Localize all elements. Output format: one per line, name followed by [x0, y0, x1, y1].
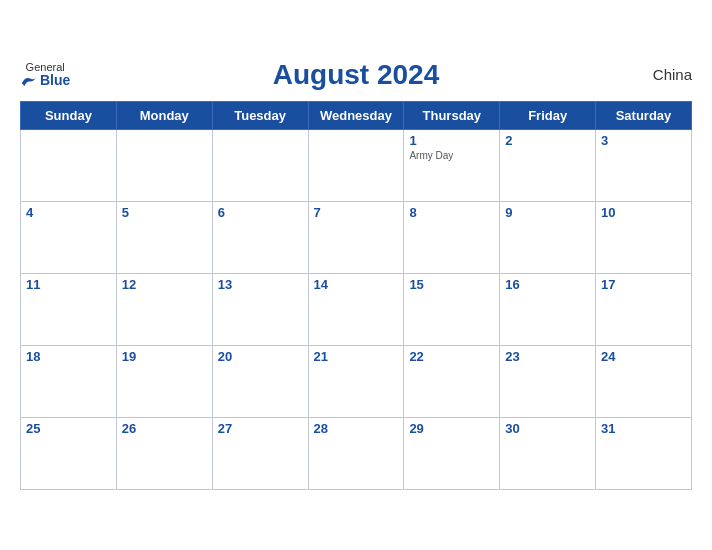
day-number: 2 [505, 133, 590, 148]
week-row-5: 25262728293031 [21, 417, 692, 489]
week-row-3: 11121314151617 [21, 273, 692, 345]
day-number: 12 [122, 277, 207, 292]
day-cell: 1Army Day [404, 129, 500, 201]
week-row-2: 45678910 [21, 201, 692, 273]
day-cell: 25 [21, 417, 117, 489]
day-number: 10 [601, 205, 686, 220]
day-cell: 29 [404, 417, 500, 489]
day-number: 15 [409, 277, 494, 292]
country-label: China [653, 66, 692, 83]
day-number: 23 [505, 349, 590, 364]
day-cell: 4 [21, 201, 117, 273]
day-number: 24 [601, 349, 686, 364]
logo-bird-icon [20, 74, 38, 88]
day-cell: 3 [596, 129, 692, 201]
day-cell: 17 [596, 273, 692, 345]
day-number: 26 [122, 421, 207, 436]
day-cell: 12 [116, 273, 212, 345]
day-number: 31 [601, 421, 686, 436]
day-cell: 18 [21, 345, 117, 417]
weekday-header-sunday: Sunday [21, 101, 117, 129]
week-row-1: 1Army Day23 [21, 129, 692, 201]
day-cell: 20 [212, 345, 308, 417]
day-cell: 5 [116, 201, 212, 273]
day-cell: 16 [500, 273, 596, 345]
day-number: 18 [26, 349, 111, 364]
day-number: 3 [601, 133, 686, 148]
day-cell [212, 129, 308, 201]
logo-area: General Blue [20, 61, 70, 88]
weekday-header-thursday: Thursday [404, 101, 500, 129]
day-number: 14 [314, 277, 399, 292]
day-event: Army Day [409, 150, 494, 161]
day-number: 13 [218, 277, 303, 292]
day-cell: 14 [308, 273, 404, 345]
day-cell: 2 [500, 129, 596, 201]
day-number: 16 [505, 277, 590, 292]
day-number: 5 [122, 205, 207, 220]
day-cell: 7 [308, 201, 404, 273]
weekday-header-friday: Friday [500, 101, 596, 129]
day-number: 20 [218, 349, 303, 364]
day-cell: 8 [404, 201, 500, 273]
day-cell: 13 [212, 273, 308, 345]
day-number: 21 [314, 349, 399, 364]
calendar-header: General Blue August 2024 China [20, 59, 692, 91]
day-number: 4 [26, 205, 111, 220]
day-cell [308, 129, 404, 201]
day-cell [116, 129, 212, 201]
day-number: 25 [26, 421, 111, 436]
day-cell: 30 [500, 417, 596, 489]
day-number: 28 [314, 421, 399, 436]
day-cell: 31 [596, 417, 692, 489]
weekday-header-monday: Monday [116, 101, 212, 129]
day-cell: 23 [500, 345, 596, 417]
day-cell: 27 [212, 417, 308, 489]
week-row-4: 18192021222324 [21, 345, 692, 417]
day-cell: 28 [308, 417, 404, 489]
day-number: 8 [409, 205, 494, 220]
day-number: 22 [409, 349, 494, 364]
weekday-header-tuesday: Tuesday [212, 101, 308, 129]
day-cell: 10 [596, 201, 692, 273]
day-number: 7 [314, 205, 399, 220]
day-number: 19 [122, 349, 207, 364]
day-cell: 26 [116, 417, 212, 489]
day-number: 6 [218, 205, 303, 220]
day-number: 17 [601, 277, 686, 292]
day-cell: 6 [212, 201, 308, 273]
day-number: 11 [26, 277, 111, 292]
calendar-title: August 2024 [273, 59, 440, 91]
logo-blue-text: Blue [20, 73, 70, 88]
weekday-header-wednesday: Wednesday [308, 101, 404, 129]
day-cell: 22 [404, 345, 500, 417]
day-cell: 9 [500, 201, 596, 273]
day-number: 9 [505, 205, 590, 220]
weekday-header-saturday: Saturday [596, 101, 692, 129]
weekday-header-row: SundayMondayTuesdayWednesdayThursdayFrid… [21, 101, 692, 129]
day-cell [21, 129, 117, 201]
day-number: 30 [505, 421, 590, 436]
day-cell: 15 [404, 273, 500, 345]
day-number: 29 [409, 421, 494, 436]
day-number: 27 [218, 421, 303, 436]
day-cell: 11 [21, 273, 117, 345]
calendar-wrapper: General Blue August 2024 China SundayMon… [0, 41, 712, 510]
day-cell: 19 [116, 345, 212, 417]
day-number: 1 [409, 133, 494, 148]
calendar-table: SundayMondayTuesdayWednesdayThursdayFrid… [20, 101, 692, 490]
day-cell: 21 [308, 345, 404, 417]
day-cell: 24 [596, 345, 692, 417]
